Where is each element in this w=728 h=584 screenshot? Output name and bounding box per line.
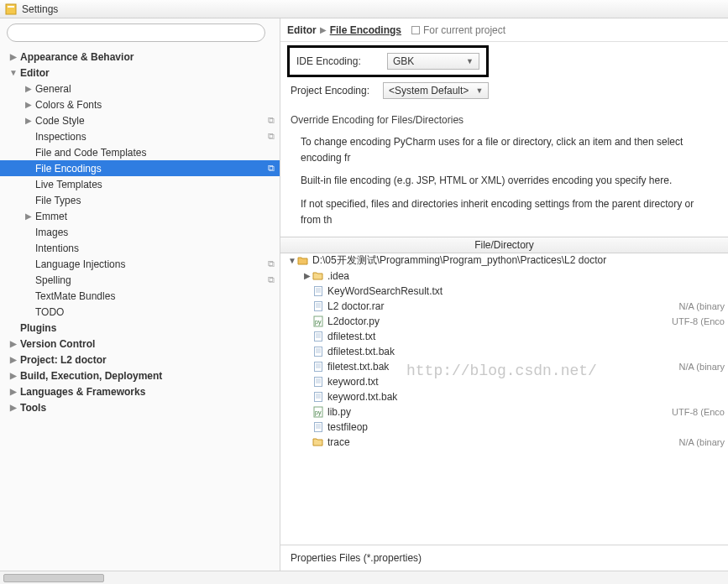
sidebar-item-language-injections[interactable]: Language Injections⧉	[0, 256, 280, 272]
svg-rect-0	[6, 4, 16, 14]
ide-encoding-combo[interactable]: GBK ▼	[387, 53, 479, 70]
override-heading: Override Encoding for Files/Directories	[280, 106, 728, 131]
sidebar-item-file-types[interactable]: File Types	[0, 192, 280, 208]
expand-arrow-icon: ▶	[8, 355, 18, 364]
file-icon	[312, 376, 324, 388]
file-row[interactable]: keyword.txt	[280, 374, 728, 389]
sidebar-item-file-encodings[interactable]: File Encodings⧉	[0, 160, 280, 176]
project-encoding-row: Project Encoding: <System Default> ▼	[280, 79, 728, 106]
sidebar-item-spelling[interactable]: Spelling⧉	[0, 272, 280, 288]
properties-section-label: Properties Files (*.properties)	[280, 545, 728, 571]
file-row[interactable]: traceN/A (binary	[280, 435, 728, 450]
scope-badge-icon: ⧉	[268, 131, 275, 142]
description-text: To change encoding PyCharm uses for a fi…	[280, 131, 728, 237]
breadcrumb: Editor ▶ File Encodings For current proj…	[280, 18, 728, 42]
sidebar-item-appearance-behavior[interactable]: ▶Appearance & Behavior	[0, 49, 280, 65]
file-name: testfileop	[327, 421, 718, 433]
expand-arrow-icon[interactable]: ▶	[302, 271, 312, 280]
file-icon	[312, 421, 324, 433]
horizontal-scrollbar[interactable]	[0, 571, 728, 584]
sidebar-item-colors-fonts[interactable]: ▶Colors & Fonts	[0, 96, 280, 112]
sidebar-item-plugins[interactable]: Plugins	[0, 320, 280, 336]
sidebar-item-images[interactable]: Images	[0, 224, 280, 240]
sidebar-item-live-templates[interactable]: Live Templates	[0, 176, 280, 192]
project-encoding-label: Project Encoding:	[291, 85, 374, 96]
sidebar-item-todo[interactable]: TODO	[0, 304, 280, 320]
sidebar-item-label: Live Templates	[35, 179, 102, 190]
file-encoding-value: N/A (binary	[673, 362, 725, 372]
sidebar-item-label: Version Control	[20, 338, 95, 350]
expand-arrow-icon: ▶	[24, 211, 34, 221]
scope-badge-icon: ⧉	[268, 274, 275, 285]
sidebar-item-label: Project: L2 doctor	[20, 354, 107, 366]
file-row[interactable]: ▶.idea	[280, 269, 728, 284]
file-row[interactable]: testfileop	[280, 420, 728, 435]
search-input[interactable]	[7, 23, 265, 42]
expand-arrow-icon: ▶	[24, 84, 34, 93]
file-row[interactable]: pyL2doctor.pyUTF-8 (Enco	[280, 314, 728, 329]
file-row[interactable]: L2 doctor.rarN/A (binary	[280, 299, 728, 314]
sidebar-item-label: Plugins	[20, 322, 56, 334]
expand-arrow-icon: ▶	[8, 339, 18, 348]
sidebar-item-label: Editor	[20, 67, 50, 79]
chevron-right-icon: ▶	[320, 25, 327, 34]
ide-encoding-label: IDE Encoding:	[296, 55, 374, 67]
breadcrumb-root[interactable]: Editor	[287, 24, 317, 36]
py-icon: py	[312, 406, 324, 418]
sidebar-item-label: Build, Execution, Deployment	[20, 370, 162, 382]
expand-arrow-icon: ▶	[8, 403, 18, 412]
sidebar-item-build-execution-deployment[interactable]: ▶Build, Execution, Deployment	[0, 368, 280, 383]
sidebar-item-project-l2-doctor[interactable]: ▶Project: L2 doctor	[0, 352, 280, 368]
expand-arrow-icon[interactable]: ▼	[287, 256, 297, 265]
sidebar-item-label: File Types	[35, 195, 81, 206]
file-row[interactable]: ▼D:\05开发测试\Programming\Program_python\Pr…	[280, 253, 728, 269]
scope-badge-icon: ⧉	[268, 115, 275, 126]
sidebar-item-tools[interactable]: ▶Tools	[0, 399, 280, 415]
settings-tree[interactable]: ▶Appearance & Behavior▼Editor▶General▶Co…	[0, 47, 280, 571]
sidebar-item-label: Languages & Frameworks	[20, 386, 145, 398]
expand-arrow-icon: ▶	[8, 387, 18, 396]
sidebar-item-intentions[interactable]: Intentions	[0, 240, 280, 256]
sidebar-item-inspections[interactable]: Inspections⧉	[0, 128, 280, 144]
folder-open-icon	[297, 255, 309, 267]
file-tree[interactable]: http://blog.csdn.net/ ▼D:\05开发测试\Program…	[280, 253, 728, 545]
file-name: .idea	[327, 270, 718, 282]
sidebar-item-label: File and Code Templates	[35, 147, 147, 159]
file-icon	[312, 300, 324, 312]
sidebar-item-code-style[interactable]: ▶Code Style⧉	[0, 112, 280, 128]
project-encoding-combo[interactable]: <System Default> ▼	[383, 82, 489, 99]
file-row[interactable]: dfiletest.txt	[280, 329, 728, 344]
sidebar-item-file-and-code-templates[interactable]: File and Code Templates	[0, 144, 280, 160]
file-icon	[312, 391, 324, 403]
file-encoding-value: UTF-8 (Enco	[665, 316, 725, 326]
desc-line-2: Built-in file encoding (e.g. JSP, HTML o…	[301, 173, 715, 189]
file-tree-header[interactable]: File/Directory	[280, 237, 728, 253]
svg-rect-1	[8, 6, 14, 8]
svg-rect-36	[315, 422, 322, 431]
expand-arrow-icon: ▶	[8, 52, 18, 61]
chevron-down-icon: ▼	[466, 57, 474, 65]
sidebar-item-label: Images	[35, 227, 68, 238]
sidebar-item-general[interactable]: ▶General	[0, 81, 280, 96]
expand-arrow-icon: ▶	[24, 100, 34, 109]
file-row[interactable]: keyword.txt.bak	[280, 389, 728, 404]
file-row[interactable]: pylib.pyUTF-8 (Enco	[280, 404, 728, 420]
ide-encoding-row: IDE Encoding: GBK ▼	[287, 45, 489, 77]
sidebar-item-version-control[interactable]: ▶Version Control	[0, 336, 280, 352]
sidebar-item-editor[interactable]: ▼Editor	[0, 65, 280, 81]
sidebar-item-label: Spelling	[35, 274, 71, 286]
svg-rect-26	[315, 377, 322, 386]
file-row[interactable]: KeyWordSearchResult.txt	[280, 284, 728, 299]
scrollbar-thumb[interactable]	[3, 574, 104, 582]
chevron-down-icon: ▼	[475, 86, 483, 95]
desc-line-3: If not specified, files and directories …	[301, 196, 715, 228]
file-row[interactable]: filetest.txt.bakN/A (binary	[280, 359, 728, 374]
sidebar-item-label: Appearance & Behavior	[20, 51, 134, 63]
folder-icon	[312, 436, 324, 448]
file-name: trace	[327, 436, 673, 448]
file-row[interactable]: dfiletest.txt.bak	[280, 344, 728, 359]
sidebar-item-textmate-bundles[interactable]: TextMate Bundles	[0, 288, 280, 304]
folder-icon	[312, 270, 324, 282]
sidebar-item-emmet[interactable]: ▶Emmet	[0, 208, 280, 224]
sidebar-item-languages-frameworks[interactable]: ▶Languages & Frameworks	[0, 383, 280, 399]
